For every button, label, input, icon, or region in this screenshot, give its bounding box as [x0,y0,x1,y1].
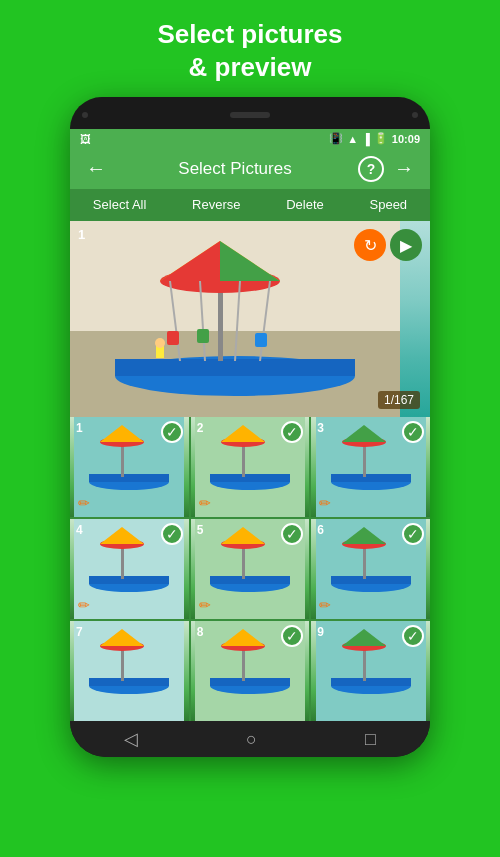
vibrate-icon: 📳 [329,132,343,145]
status-left: 🖼 [80,133,91,145]
home-nav-button[interactable]: ○ [246,729,257,750]
play-button[interactable]: ▶ [390,229,422,261]
select-all-button[interactable]: Select All [85,193,154,216]
preview-number: 1 [78,227,85,242]
edit-icon-3: ✏ [319,495,331,511]
edit-icon-2: ✏ [199,495,211,511]
action-bar: Select All Reverse Delete Speed [70,189,430,221]
grid-check-4[interactable]: ✓ [161,523,183,545]
grid-check-6[interactable]: ✓ [402,523,424,545]
nav-bar: ◁ ○ □ [70,721,430,757]
thumb-7 [70,621,189,721]
grid-check-9[interactable]: ✓ [402,625,424,647]
svg-rect-46 [242,544,245,579]
svg-rect-51 [331,576,411,584]
svg-rect-52 [363,544,366,579]
svg-rect-5 [218,281,223,361]
delete-button[interactable]: Delete [278,193,332,216]
forward-button[interactable]: → [388,157,420,180]
photo-status-icon: 🖼 [80,133,91,145]
page-title: Select pictures & preview [138,0,363,97]
status-right: 📳 ▲ ▐ 🔋 10:09 [329,132,420,145]
preview-section: 1 ↻ ▶ 1/167 [70,221,430,417]
app-toolbar: ← Select Pictures ? → [70,149,430,189]
battery-icon: 🔋 [374,132,388,145]
preview-counter: 1/167 [378,391,420,409]
grid-item-num: 5 [197,523,204,537]
edit-icon-1: ✏ [78,495,90,511]
svg-rect-70 [363,646,366,681]
phone-speaker [230,112,270,118]
svg-point-15 [155,338,165,348]
svg-rect-64 [242,646,245,681]
grid-item[interactable]: 1 ✓ ✏ [70,417,189,517]
edit-icon-6: ✏ [319,597,331,613]
svg-rect-34 [363,442,366,477]
grid-item[interactable]: 4 ✓ ✏ [70,519,189,619]
svg-rect-28 [242,442,245,477]
svg-rect-40 [121,544,124,579]
svg-rect-16 [167,331,179,345]
phone-camera [82,112,88,118]
phone-camera-right [412,112,418,118]
grid-item-num: 9 [317,625,324,639]
svg-rect-33 [331,474,411,482]
phone-screen: 🖼 📳 ▲ ▐ 🔋 10:09 ← Select Pictures ? [70,129,430,721]
speed-button[interactable]: Speed [362,193,416,216]
grid-item-num: 1 [76,421,83,435]
svg-rect-18 [197,329,209,343]
wifi-icon: ▲ [347,133,358,145]
time-display: 10:09 [392,133,420,145]
svg-rect-63 [210,678,290,686]
grid-item-num: 6 [317,523,324,537]
grid-item[interactable]: 2 ✓ ✏ [191,417,310,517]
grid-item[interactable]: 5 ✓ ✏ [191,519,310,619]
grid-item[interactable]: 7 [70,621,189,721]
svg-rect-4 [115,359,355,376]
svg-rect-27 [210,474,290,482]
svg-rect-69 [331,678,411,686]
grid-item[interactable]: 6 ✓ ✏ [311,519,430,619]
grid-item[interactable]: 8 ✓ [191,621,310,721]
help-button[interactable]: ? [358,156,384,182]
page-wrapper: Select pictures & preview 🖼 📳 ▲ ▐ 🔋 [0,0,500,857]
svg-rect-57 [89,678,169,686]
back-button[interactable]: ← [80,157,112,180]
svg-rect-17 [255,333,267,347]
rotate-button[interactable]: ↻ [354,229,386,261]
edit-icon-5: ✏ [199,597,211,613]
reverse-button[interactable]: Reverse [184,193,248,216]
grid-item-num: 3 [317,421,324,435]
grid-item-num: 8 [197,625,204,639]
svg-rect-39 [89,576,169,584]
grid-item[interactable]: 9 ✓ [311,621,430,721]
signal-icon: ▐ [362,133,370,145]
toolbar-title: Select Pictures [178,159,291,179]
svg-rect-58 [121,646,124,681]
svg-rect-22 [121,442,124,477]
recent-nav-button[interactable]: □ [365,729,376,750]
back-nav-button[interactable]: ◁ [124,728,138,750]
phone-top-bar [70,97,430,129]
status-bar: 🖼 📳 ▲ ▐ 🔋 10:09 [70,129,430,149]
svg-rect-45 [210,576,290,584]
grid-item-num: 7 [76,625,83,639]
grid-check-3[interactable]: ✓ [402,421,424,443]
edit-icon-4: ✏ [78,597,90,613]
grid-item-num: 4 [76,523,83,537]
grid-item-num: 2 [197,421,204,435]
grid-section: 1 ✓ ✏ 2 ✓ ✏ 3 ✓ [70,417,430,721]
grid-check-1[interactable]: ✓ [161,421,183,443]
carousel-svg [70,221,400,417]
svg-rect-21 [89,474,169,482]
grid-item[interactable]: 3 ✓ ✏ [311,417,430,517]
phone-frame: 🖼 📳 ▲ ▐ 🔋 10:09 ← Select Pictures ? [70,97,430,757]
